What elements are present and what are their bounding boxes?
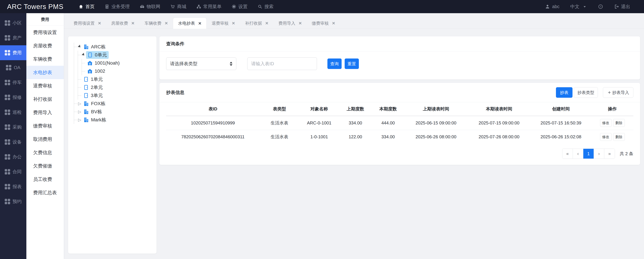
meter-type-button[interactable]: 抄表类型 [574, 87, 598, 98]
nav-item-calculator[interactable]: 业务受理 [100, 0, 135, 13]
tree-node-FOX栋[interactable]: ▷FOX栋 [74, 100, 153, 108]
tree-node-BV栋[interactable]: ▷BV栋 [74, 108, 153, 116]
submenu-item-费用导入[interactable]: 费用导入 [26, 106, 64, 119]
tab-缴费审核[interactable]: 缴费审核× [307, 18, 340, 28]
navbar-menu: 首页业务受理物联网商城常用菜单设置搜索 [74, 0, 278, 13]
nav-item-search[interactable]: 搜索 [252, 0, 278, 13]
meter-type-select[interactable]: 请选择表类型 [166, 58, 236, 70]
tree-node-ARC栋[interactable]: ARC栋 [74, 43, 153, 51]
tab-close-icon[interactable]: × [165, 21, 168, 26]
tree-node-Mark栋[interactable]: ▷Mark栋 [74, 116, 153, 124]
submenu-item-缴费审核[interactable]: 缴费审核 [26, 119, 64, 132]
nav-item-car[interactable]: 物联网 [135, 0, 165, 13]
tab-退费审核[interactable]: 退费审核× [206, 18, 240, 28]
submenu-item-补打收据[interactable]: 补打收据 [26, 92, 64, 106]
page-last[interactable]: » [604, 149, 615, 158]
submenu-item-水电抄表[interactable]: 水电抄表 [26, 66, 64, 79]
sidebar-item-办公[interactable]: 办公 [0, 150, 26, 164]
page-next[interactable]: › [594, 149, 604, 158]
expanded-icon[interactable] [78, 45, 82, 48]
sidebar-item-费用[interactable]: 费用 [0, 45, 26, 60]
tree-node-content: 1002 [86, 68, 107, 75]
collapsed-icon[interactable]: ▷ [78, 110, 81, 114]
submenu-item-房屋收费[interactable]: 房屋收费 [26, 39, 64, 52]
sidebar-item-报表[interactable]: 报表 [0, 179, 26, 194]
table-cell: 334.00 [372, 130, 404, 144]
submenu-item-费用汇总表[interactable]: 费用汇总表 [26, 186, 64, 199]
tab-close-icon[interactable]: × [98, 21, 101, 26]
sidebar-item-小区[interactable]: 小区 [0, 16, 26, 30]
grid-icon [5, 139, 10, 145]
row-action-删除[interactable]: 删除 [613, 133, 625, 141]
meter-id-input[interactable] [247, 58, 317, 70]
tab-补打收据[interactable]: 补打收据× [240, 18, 274, 28]
sidebar-item-采购[interactable]: 采购 [0, 120, 26, 134]
tree-node-2单元[interactable]: 2单元 [78, 83, 153, 92]
tree-node-1001(Noah)[interactable]: 1001(Noah) [82, 59, 153, 67]
meter-import-button[interactable]: 抄表导入 [603, 87, 633, 98]
tree-node-3单元[interactable]: 3单元 [78, 92, 153, 100]
tree-node-label: 3单元 [91, 92, 103, 99]
column-header-表类型: 表类型 [260, 102, 299, 116]
submenu-item-车辆收费[interactable]: 车辆收费 [26, 52, 64, 66]
sidebar-item-房产[interactable]: 房产 [0, 30, 26, 45]
nav-item-cart[interactable]: 商城 [165, 0, 191, 13]
nav-item-sitemap[interactable]: 常用菜单 [191, 0, 226, 13]
sidebar-item-停车[interactable]: 停车 [0, 75, 26, 90]
tree-node-0单元[interactable]: 0单元 [78, 51, 153, 59]
collapsed-icon[interactable]: ▷ [78, 102, 81, 106]
tree-node-content: 0单元 [86, 51, 109, 59]
page-prev[interactable]: ‹ [573, 149, 583, 158]
help-button[interactable]: ? [592, 4, 608, 9]
submenu-item-费用项设置[interactable]: 费用项设置 [26, 26, 64, 39]
submenu-item-欠费信息[interactable]: 欠费信息 [26, 146, 64, 159]
tab-close-icon[interactable]: × [299, 21, 302, 26]
table-header-row: 表ID表类型对象名称上期度数本期度数上期读表时间本期读表时间创建时间操作 [166, 102, 633, 116]
tab-close-icon[interactable]: × [132, 21, 134, 26]
logout-icon [614, 4, 619, 9]
search-button[interactable]: 查询 [328, 58, 342, 69]
row-action-删除[interactable]: 删除 [613, 119, 625, 127]
sidebar-item-设备[interactable]: 设备 [0, 134, 26, 150]
sidebar-item-巡检[interactable]: 巡检 [0, 105, 26, 120]
sidebar-item-报修[interactable]: 报修 [0, 90, 26, 105]
nav-item-gear[interactable]: 设置 [226, 0, 252, 13]
row-action-修改[interactable]: 修改 [600, 119, 612, 127]
grid-icon [5, 154, 10, 160]
tab-房屋收费[interactable]: 房屋收费× [106, 18, 140, 28]
page-first[interactable]: « [562, 149, 573, 158]
logout-button[interactable]: 退出 [608, 4, 636, 10]
read-meter-button[interactable]: 抄表 [556, 87, 572, 98]
submenu-item-员工收费[interactable]: 员工收费 [26, 172, 64, 186]
submenu-item-欠费催缴[interactable]: 欠费催缴 [26, 159, 64, 172]
tab-费用项设置[interactable]: 费用项设置× [68, 18, 106, 28]
tab-close-icon[interactable]: × [266, 21, 268, 26]
language-dropdown[interactable]: 中文 [565, 4, 592, 10]
expanded-icon[interactable] [82, 53, 85, 56]
query-panel-header: 查询条件 [160, 36, 640, 52]
user-menu[interactable]: abc [540, 4, 565, 9]
sidebar-item-合同[interactable]: 合同 [0, 164, 26, 179]
reset-button[interactable]: 重置 [345, 58, 359, 69]
row-action-修改[interactable]: 修改 [600, 133, 612, 141]
tab-close-icon[interactable]: × [198, 21, 202, 26]
tab-水电抄表[interactable]: 水电抄表× [173, 18, 207, 29]
sidebar-item-预约[interactable]: 预约 [0, 194, 26, 209]
column-header-本期度数: 本期度数 [372, 102, 404, 116]
tab-费用导入[interactable]: 费用导入× [273, 18, 307, 28]
tree-node-label: 2单元 [91, 84, 103, 90]
nav-item-home[interactable]: 首页 [74, 0, 100, 13]
tab-close-icon[interactable]: × [332, 21, 335, 26]
submenu-item-取消费用[interactable]: 取消费用 [26, 132, 64, 146]
pagination-row: «‹1›» 共 2 条 [160, 144, 640, 159]
tree-node-1单元[interactable]: 1单元 [78, 75, 153, 83]
page-page[interactable]: 1 [583, 149, 594, 158]
tree-node-1002[interactable]: 1002 [82, 67, 153, 75]
tree-node-label: 1单元 [91, 76, 103, 82]
tab-车辆收费[interactable]: 车辆收费× [140, 18, 173, 28]
tab-close-icon[interactable]: × [232, 21, 235, 26]
submenu-item-退费审核[interactable]: 退费审核 [26, 79, 64, 92]
collapsed-icon[interactable]: ▷ [78, 118, 81, 122]
nav-item-label: 设置 [238, 4, 248, 10]
sidebar-item-OA[interactable]: OA [0, 60, 26, 75]
